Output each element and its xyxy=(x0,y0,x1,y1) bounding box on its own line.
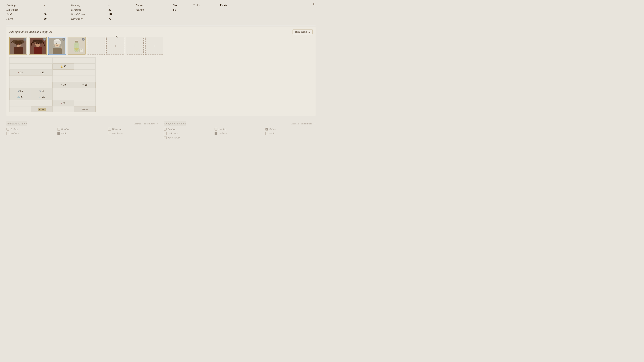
stat-value-pirate: Pirate xyxy=(218,3,244,7)
detail-row-1: 🔔 30 xyxy=(9,64,96,70)
detail-row-0 xyxy=(9,57,96,64)
filter-item-naval-power[interactable]: Naval Power xyxy=(108,132,158,135)
detail-cell-4-3: ✒ 20 xyxy=(74,82,96,88)
filter-label-crafting: Crafting xyxy=(10,128,18,131)
filter-panel-label-crafting: Crafting xyxy=(168,128,176,131)
detail-value-quill-20: 20 xyxy=(85,84,87,86)
filter-item-medicine[interactable]: Medicine xyxy=(6,132,56,135)
heart-icon: ♥ xyxy=(61,102,62,105)
detail-cell-6-2 xyxy=(52,94,74,100)
filter-panel-crafting[interactable]: Crafting xyxy=(164,128,214,131)
detail-cell-5-0: 🛡 55 xyxy=(9,88,31,94)
stat-label-naval-power: Naval Power xyxy=(71,12,107,16)
filter-actions-right: Clear all Hide filters ↑ xyxy=(291,122,316,125)
stat-label-diplomacy: Diplomacy xyxy=(6,8,42,12)
filter-panel-medicine[interactable]: Medicine xyxy=(214,132,265,135)
filter-label-diplomacy: Diplomacy xyxy=(112,128,122,131)
detail-cell-5-1: 🛡 55 xyxy=(31,88,52,94)
filter-panel-faith[interactable]: Faith xyxy=(266,132,316,135)
filter-panel-hunting[interactable]: Hunting xyxy=(214,128,265,131)
checkbox-crafting[interactable] xyxy=(6,128,9,131)
filter-panel-diplomacy[interactable]: Diplomacy xyxy=(164,132,214,135)
hide-filters-right[interactable]: Hide filters xyxy=(301,122,312,125)
detail-row-6: ⚓ 25 ⚓ 25 xyxy=(9,94,96,100)
checkbox-medicine[interactable] xyxy=(6,132,9,135)
checkbox-panel-ration[interactable] xyxy=(266,128,268,131)
checkbox-panel-naval-power[interactable] xyxy=(164,136,166,139)
stat-label-morale: Morale xyxy=(136,8,172,12)
add-slot-7-icon: + xyxy=(134,44,136,48)
checkbox-panel-hunting[interactable] xyxy=(214,128,218,131)
hide-details-button[interactable]: Hide details ∧ xyxy=(292,29,313,34)
stat-label-traits: Traits xyxy=(193,3,218,7)
detail-value-bell-30: 30 xyxy=(64,65,66,68)
specialist-slot-8[interactable]: + xyxy=(145,37,163,55)
refresh-icon[interactable]: ↻ xyxy=(313,2,316,6)
detail-cell-0-2 xyxy=(52,57,74,64)
checkbox-panel-crafting[interactable] xyxy=(164,128,166,131)
svg-point-21 xyxy=(56,43,56,44)
checkbox-naval-power[interactable] xyxy=(108,132,111,135)
shield-icon-0: 🛡 xyxy=(18,90,20,92)
filter-item-hunting[interactable]: Hunting xyxy=(57,128,108,131)
filter-item-crafting[interactable]: Crafting xyxy=(6,128,56,131)
filter-header-panels: Find panels by name Clear all Hide filte… xyxy=(164,121,316,126)
detail-cell-7-1 xyxy=(31,100,52,106)
hide-filters-left[interactable]: Hide filters xyxy=(144,122,155,125)
stat-value-ration: Yes xyxy=(172,3,193,7)
detail-cell-6-1: ⚓ 25 xyxy=(31,94,52,100)
detail-cell-3-0 xyxy=(9,76,31,82)
slot-1-close-icon[interactable]: × xyxy=(24,38,26,41)
stat-value-crafting: - xyxy=(42,3,71,7)
checkbox-panel-medicine[interactable] xyxy=(214,132,218,135)
checkbox-panel-faith[interactable] xyxy=(266,132,268,135)
detail-cell-0-1 xyxy=(31,57,52,64)
detail-cell-2-2 xyxy=(52,70,74,76)
detail-cell-1-0 xyxy=(9,64,31,70)
clear-all-left[interactable]: Clear all xyxy=(134,122,142,125)
svg-point-14 xyxy=(38,43,39,44)
svg-rect-26 xyxy=(75,41,78,41)
add-slot-8-icon: + xyxy=(153,44,156,48)
slot-4-close-icon[interactable]: × xyxy=(82,38,85,41)
detail-cell-4-0 xyxy=(9,82,31,88)
clear-all-right[interactable]: Clear all xyxy=(291,122,299,125)
specialist-slot-7[interactable]: + xyxy=(126,37,144,55)
detail-value-cross-25-1: 25 xyxy=(42,71,44,74)
checkbox-faith[interactable] xyxy=(57,132,60,135)
detail-cell-3-3 xyxy=(74,76,96,82)
specialist-slot-5[interactable]: + xyxy=(87,37,105,55)
specialist-slot-4[interactable]: × xyxy=(68,37,86,55)
detail-cell-7-2: ♥ 55 xyxy=(52,100,74,106)
stat-label-crafting: Crafting xyxy=(6,3,42,7)
detail-value-quill-10: 10 xyxy=(63,84,66,86)
cross-icon-0: ✕ xyxy=(18,71,20,74)
specialist-slot-2[interactable]: × xyxy=(29,37,47,55)
checkbox-panel-diplomacy[interactable] xyxy=(164,132,166,135)
filter-checkboxes-right: Crafting Hunting Ration Diplomacy Medici… xyxy=(164,128,316,139)
detail-cell-4-2: ✒ 10 xyxy=(52,82,74,88)
slot-2-close-icon[interactable]: × xyxy=(43,38,46,41)
slot-3-close-icon[interactable]: × xyxy=(62,38,65,41)
filter-header-items: Find item by name Clear all Hide filters… xyxy=(6,121,158,126)
anchor-icon-1: ⚓ xyxy=(39,96,42,99)
filter-panel-label-hunting: Hunting xyxy=(218,128,226,131)
detail-cell-3-1 xyxy=(31,76,52,82)
shield-icon-1: 🛡 xyxy=(39,90,41,92)
filter-item-faith[interactable]: Faith xyxy=(57,132,108,135)
filter-item-diplomacy[interactable]: Diplomacy xyxy=(108,128,158,131)
checkbox-hunting[interactable] xyxy=(57,128,60,131)
checkbox-diplomacy[interactable] xyxy=(108,128,111,131)
detail-cell-7-3 xyxy=(74,100,96,106)
specialist-slot-3[interactable]: × xyxy=(48,37,66,55)
svg-point-15 xyxy=(34,42,36,44)
anchor-icon-0: ⚓ xyxy=(17,96,20,99)
specialist-slot-6[interactable]: + xyxy=(106,37,124,55)
filter-panel-ration[interactable]: Ration xyxy=(266,128,316,131)
filter-panel-naval-power[interactable]: Naval Power xyxy=(164,136,214,139)
specialist-slot-1[interactable]: × xyxy=(9,37,27,55)
filter-panel-label-medicine: Medicine xyxy=(218,132,227,135)
detail-cell-8-3: Ration xyxy=(74,106,96,112)
detail-stats-container: 🔔 30 ✕ 25 ✕ 25 xyxy=(9,57,96,112)
detail-cell-4-1 xyxy=(31,82,52,88)
